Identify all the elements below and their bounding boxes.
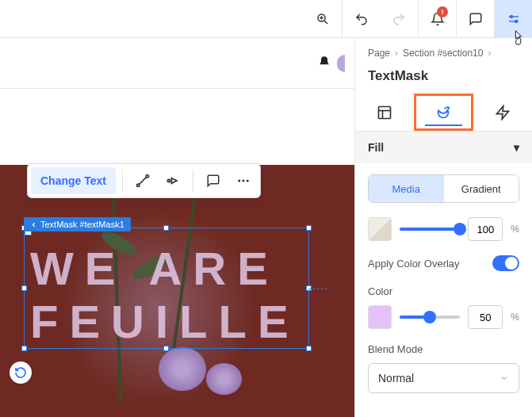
notifications-button[interactable]: ! xyxy=(418,0,456,38)
fill-gradient-tab[interactable]: Gradient xyxy=(444,175,519,202)
notification-badge: ! xyxy=(437,6,448,17)
fill-label: Fill xyxy=(368,141,384,154)
apply-overlay-toggle[interactable] xyxy=(492,255,519,271)
inspector-panel: Page › Section #section10 › TextMask Fil… xyxy=(354,38,532,417)
media-thumbnail[interactable] xyxy=(368,217,392,241)
blend-mode-label: Blend Mode xyxy=(368,343,519,355)
redo-button[interactable] xyxy=(380,0,418,38)
blend-mode-value: Normal xyxy=(378,372,414,384)
fill-section-header[interactable]: Fill ▾ xyxy=(355,132,532,163)
chevron-down-icon xyxy=(499,373,509,383)
tab-design[interactable] xyxy=(414,94,473,131)
svg-point-12 xyxy=(242,180,244,182)
animation-tool-icon[interactable] xyxy=(159,167,186,194)
svg-point-13 xyxy=(247,180,249,182)
svg-point-9 xyxy=(146,175,148,178)
percent-label: % xyxy=(511,312,519,323)
fill-type-segmented: Media Gradient xyxy=(368,174,519,203)
undo-button[interactable] xyxy=(342,0,380,38)
flower-decoration xyxy=(206,363,242,395)
opacity-input[interactable] xyxy=(468,217,503,241)
canvas-bell-icon[interactable] xyxy=(318,55,331,71)
comments-button[interactable] xyxy=(456,0,494,38)
svg-point-10 xyxy=(167,179,170,182)
selection-box[interactable] xyxy=(24,228,309,349)
svg-point-6 xyxy=(510,15,512,17)
panel-tabs xyxy=(355,94,532,132)
comment-tool-icon[interactable] xyxy=(200,167,227,194)
chevron-right-icon: › xyxy=(488,48,491,59)
path-tool-icon[interactable] xyxy=(129,167,156,194)
breadcrumb-page[interactable]: Page xyxy=(368,48,390,59)
flower-decoration xyxy=(159,347,206,391)
svg-marker-17 xyxy=(496,105,508,119)
breadcrumb: Page › Section #section10 › xyxy=(355,38,532,65)
caret-down-icon: ▾ xyxy=(514,141,519,154)
percent-label: % xyxy=(511,224,519,235)
selection-tag-text: TextMask #textMask1 xyxy=(40,220,124,229)
revert-button[interactable] xyxy=(10,362,32,384)
avatar[interactable] xyxy=(337,55,345,72)
editor-canvas[interactable]: Change Text Text xyxy=(0,38,354,417)
floating-toolbar: Change Text xyxy=(27,163,261,198)
color-swatch[interactable] xyxy=(368,305,392,329)
selection-tag[interactable]: TextMask #textMask1 xyxy=(24,217,131,231)
svg-point-11 xyxy=(238,180,240,182)
panel-title: TextMask xyxy=(355,65,532,94)
svg-rect-14 xyxy=(379,106,391,118)
svg-line-1 xyxy=(324,21,327,24)
more-icon[interactable] xyxy=(230,167,257,194)
color-opacity-input[interactable] xyxy=(468,305,503,329)
zoom-button[interactable] xyxy=(304,0,342,38)
svg-point-7 xyxy=(515,20,517,22)
divider xyxy=(193,170,193,192)
tab-interactions[interactable] xyxy=(473,94,532,131)
apply-overlay-label: Apply Color Overlay xyxy=(368,258,460,270)
change-text-button[interactable]: Change Text xyxy=(31,167,116,194)
top-toolbar: ! xyxy=(0,0,532,38)
color-opacity-slider[interactable] xyxy=(400,316,460,319)
canvas-stage[interactable]: TextMask #textMask1 WE ARE FEUILLE xyxy=(0,165,354,417)
breadcrumb-section[interactable]: Section #section10 xyxy=(403,48,483,59)
fill-media-tab[interactable]: Media xyxy=(369,175,444,202)
canvas-tabs-strip xyxy=(0,38,354,89)
opacity-slider[interactable] xyxy=(400,228,460,231)
color-label: Color xyxy=(368,285,519,297)
divider xyxy=(122,170,123,192)
tab-layout[interactable] xyxy=(355,94,414,131)
chevron-right-icon: › xyxy=(395,48,398,59)
blend-mode-select[interactable]: Normal xyxy=(368,363,519,393)
svg-point-8 xyxy=(136,184,139,186)
tools-button[interactable] xyxy=(494,0,532,38)
